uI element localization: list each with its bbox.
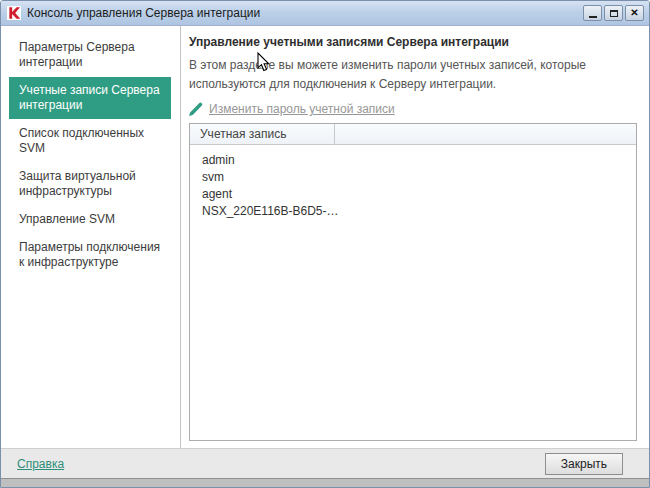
close-button[interactable]: Закрыть (545, 453, 623, 475)
minimize-button[interactable] (583, 5, 602, 21)
accounts-table: Учетная запись admin svm agent NSX_220E1… (189, 123, 637, 441)
window-bottom-frame (1, 478, 649, 487)
content-area: Параметры Сервера интеграции Учетные зап… (1, 26, 649, 448)
kaspersky-app-icon (7, 6, 21, 20)
change-account-password-link[interactable]: Изменить пароль учетной записи (209, 102, 395, 116)
pencil-icon (189, 102, 203, 116)
integration-server-console-window: Консоль управления Сервера интеграции ✕ … (0, 0, 650, 488)
column-header-empty (335, 124, 636, 144)
maximize-button[interactable] (604, 5, 623, 21)
table-row-admin[interactable]: admin (190, 151, 636, 168)
help-link[interactable]: Справка (17, 457, 64, 471)
main-panel: Управление учетными записями Сервера инт… (181, 26, 649, 448)
table-row-agent[interactable]: agent (190, 185, 636, 202)
sidebar-item-svm-management[interactable]: Управление SVM (9, 206, 171, 233)
sidebar-item-server-parameters[interactable]: Параметры Сервера интеграции (9, 34, 171, 76)
sidebar-item-server-accounts[interactable]: Учетные записи Сервера интеграции (9, 77, 171, 119)
sidebar-nav: Параметры Сервера интеграции Учетные зап… (1, 26, 181, 448)
sidebar-item-connected-svm-list[interactable]: Список подключенных SVM (9, 120, 171, 162)
change-password-row: Изменить пароль учетной записи (189, 102, 637, 116)
title-bar: Консоль управления Сервера интеграции ✕ (1, 1, 649, 26)
close-icon: ✕ (630, 8, 638, 18)
sidebar-item-virtual-infrastructure-protection[interactable]: Защита виртуальной инфраструктуры (9, 163, 171, 205)
minimize-icon (589, 16, 597, 18)
accounts-table-body: admin svm agent NSX_220E116B-B6D5-… (190, 145, 636, 219)
column-header-account: Учетная запись (190, 124, 335, 144)
close-window-button[interactable]: ✕ (625, 5, 644, 21)
page-description: В этом разделе вы можете изменить пароли… (189, 56, 641, 93)
page-title: Управление учетными записями Сервера инт… (189, 35, 637, 49)
window-title: Консоль управления Сервера интеграции (27, 6, 583, 20)
table-row-nsx[interactable]: NSX_220E116B-B6D5-… (190, 202, 636, 219)
accounts-table-header: Учетная запись (190, 124, 636, 145)
footer-bar: Справка Закрыть (1, 448, 649, 478)
sidebar-item-infrastructure-connection-parameters[interactable]: Параметры подключения к инфраструктуре (9, 234, 171, 276)
table-row-svm[interactable]: svm (190, 168, 636, 185)
maximize-icon (610, 10, 618, 17)
